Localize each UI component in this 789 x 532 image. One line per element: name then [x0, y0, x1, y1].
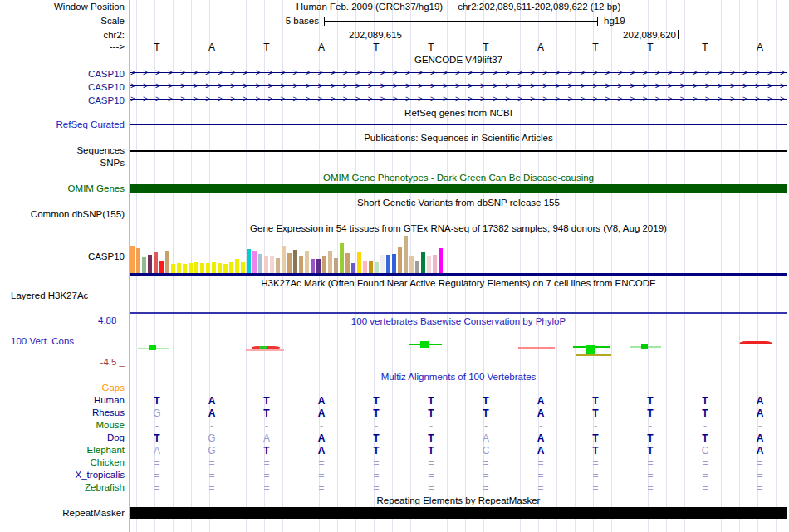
gencode-gene-label[interactable]: CASP10: [0, 82, 125, 92]
multiz-bases: GATATTTATTTA: [130, 408, 787, 419]
gtex-tissue-bar[interactable]: [148, 255, 152, 273]
gtex-tissue-bar[interactable]: [363, 261, 367, 273]
gtex-tissue-bar[interactable]: [235, 259, 239, 273]
gtex-tissue-bar[interactable]: [380, 255, 385, 273]
gencode-gene-label[interactable]: CASP10: [0, 95, 125, 105]
gtex-tissue-bar[interactable]: [276, 258, 280, 273]
gtex-tissue-bar[interactable]: [357, 252, 361, 273]
gtex-expression-bar-chart[interactable]: [130, 236, 444, 273]
gtex-tissue-bar[interactable]: [159, 261, 164, 273]
multiz-species-label[interactable]: Dog: [0, 432, 125, 442]
gencode-gene-label[interactable]: CASP10: [0, 69, 125, 79]
gtex-tissue-bar[interactable]: [415, 261, 419, 273]
gtex-tissue-bar[interactable]: [427, 256, 431, 273]
multiz-base: G: [184, 432, 239, 444]
strand-row-label[interactable]: --->: [0, 41, 125, 51]
gtex-tissue-bar[interactable]: [218, 263, 222, 273]
multiz-base: =: [513, 482, 568, 494]
multiz-bases: ============: [130, 482, 787, 494]
multiz-species-label[interactable]: X_tropicalis: [0, 470, 125, 480]
gtex-tissue-bar[interactable]: [247, 249, 251, 273]
gtex-tissue-bar[interactable]: [177, 263, 181, 273]
multiz-species-label[interactable]: Elephant: [0, 445, 125, 455]
gtex-tissue-bar[interactable]: [154, 252, 158, 273]
gtex-tissue-bar[interactable]: [293, 250, 297, 273]
gtex-tissue-bar[interactable]: [316, 259, 321, 273]
gtex-tissue-bar[interactable]: [433, 255, 437, 273]
gencode-intron-arrows[interactable]: >>>>>>>>>>>>>>>>>>>>>>>>>>>>>>>>>>>>>>>>…: [130, 95, 787, 104]
gtex-tissue-bar[interactable]: [340, 243, 344, 273]
gtex-tissue-bar[interactable]: [258, 254, 262, 273]
gtex-tissue-bar[interactable]: [334, 258, 338, 273]
gtex-tissue-bar[interactable]: [252, 251, 257, 273]
gtex-tissue-bar[interactable]: [328, 251, 332, 273]
multiz-species-label[interactable]: Rhesus: [0, 408, 125, 417]
gtex-tissue-bar[interactable]: [386, 255, 390, 273]
gtex-tissue-bar[interactable]: [287, 253, 292, 273]
multiz-base: -: [349, 420, 404, 432]
multiz-bases: ============: [130, 470, 787, 481]
omim-genes-label[interactable]: OMIM Genes: [0, 183, 125, 193]
gtex-tissue-bar[interactable]: [270, 256, 274, 273]
multiz-species-label[interactable]: Human: [0, 395, 125, 405]
gtex-tissue-bar[interactable]: [200, 263, 204, 273]
gtex-tissue-bar[interactable]: [369, 261, 373, 273]
gtex-gene-label[interactable]: CASP10: [0, 251, 125, 261]
refseq-curated-label[interactable]: RefSeq Curated: [0, 120, 125, 129]
gtex-tissue-bar[interactable]: [142, 257, 146, 273]
multiz-base: =: [239, 457, 294, 469]
gtex-tissue-bar[interactable]: [223, 264, 228, 273]
gtex-tissue-bar[interactable]: [229, 262, 233, 273]
gtex-tissue-bar[interactable]: [305, 251, 309, 273]
gtex-tissue-bar[interactable]: [165, 251, 169, 273]
gtex-tissue-bar[interactable]: [206, 263, 210, 273]
gtex-tissue-bar[interactable]: [264, 256, 268, 273]
multiz-species-label[interactable]: Mouse: [0, 420, 125, 430]
gtex-tissue-bar[interactable]: [351, 263, 355, 273]
gencode-intron-arrows[interactable]: >>>>>>>>>>>>>>>>>>>>>>>>>>>>>>>>>>>>>>>>…: [130, 69, 787, 77]
repeatmasker-label[interactable]: RepeatMasker: [0, 508, 125, 518]
dbsnp-label[interactable]: Common dbSNP(155): [0, 209, 125, 219]
conservation-label[interactable]: 100 Vert. Cons: [11, 336, 127, 346]
gtex-tissue-bar[interactable]: [392, 254, 396, 273]
gtex-tissue-bar[interactable]: [398, 247, 402, 273]
multiz-species-row: RhesusGATATTTATTTA: [0, 408, 789, 420]
multiz-base: T: [349, 445, 404, 456]
gtex-tissue-bar[interactable]: [322, 256, 326, 273]
refseq-curated-item[interactable]: [130, 124, 787, 125]
gtex-tissue-bar[interactable]: [421, 252, 425, 273]
gencode-intron-arrows[interactable]: >>>>>>>>>>>>>>>>>>>>>>>>>>>>>>>>>>>>>>>>…: [130, 82, 787, 90]
gtex-tissue-bar[interactable]: [345, 253, 350, 273]
gtex-tissue-bar[interactable]: [439, 248, 443, 273]
multiz-species-label[interactable]: Gaps: [0, 383, 125, 393]
gtex-tissue-bar[interactable]: [282, 246, 286, 273]
h3k27ac-label[interactable]: Layered H3K27Ac: [11, 290, 127, 300]
gtex-tissue-bar[interactable]: [404, 236, 408, 273]
gtex-tissue-bar[interactable]: [241, 262, 245, 273]
multiz-base: A: [513, 408, 568, 419]
gtex-tissue-bar[interactable]: [299, 256, 303, 273]
multiz-base: T: [623, 445, 678, 456]
multiz-base: =: [458, 470, 513, 481]
multiz-base: =: [623, 482, 678, 494]
snps-label[interactable]: SNPs: [0, 158, 125, 168]
gtex-tissue-bar[interactable]: [194, 262, 198, 273]
gtex-track-title: Gene Expression in 54 tissues from GTEx …: [130, 223, 787, 233]
gtex-tissue-bar[interactable]: [136, 248, 140, 273]
omim-gene-bar[interactable]: [130, 184, 787, 193]
gtex-tissue-bar[interactable]: [189, 263, 193, 273]
gtex-tissue-bar[interactable]: [311, 259, 315, 273]
gtex-tissue-bar[interactable]: [171, 264, 175, 273]
sequences-item[interactable]: [130, 150, 787, 152]
multiz-species-label[interactable]: Chicken: [0, 457, 125, 467]
gtex-tissue-bar[interactable]: [130, 246, 135, 273]
gtex-tissue-bar[interactable]: [212, 262, 216, 273]
gtex-tissue-bar[interactable]: [409, 256, 414, 273]
gtex-tissue-bar[interactable]: [375, 262, 379, 273]
sequences-label[interactable]: Sequences: [0, 145, 125, 155]
multiz-species-label[interactable]: Zebrafish: [0, 482, 125, 492]
multiz-base: A: [733, 445, 787, 456]
multiz-base: A: [294, 432, 349, 444]
repeatmasker-item-bar[interactable]: [130, 507, 787, 519]
gtex-tissue-bar[interactable]: [183, 264, 187, 273]
